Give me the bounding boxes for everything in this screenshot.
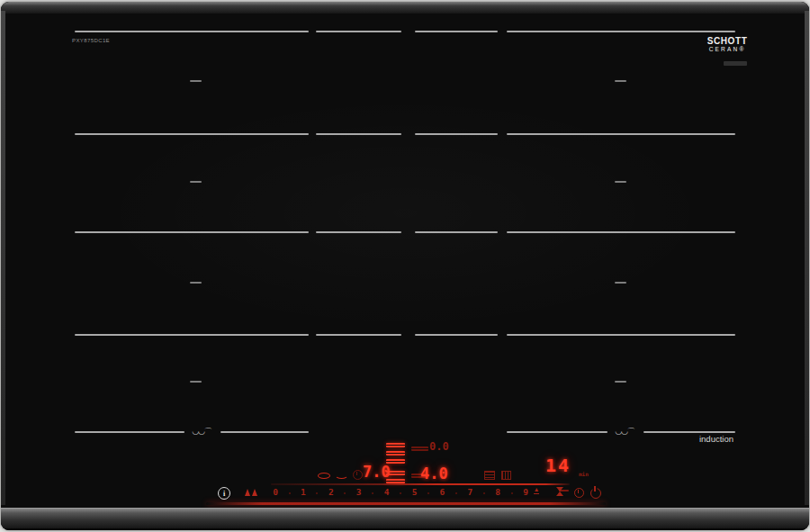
slider-dot [455,492,457,494]
power-level-7[interactable]: 7 [464,487,475,497]
zone-center-marker [190,282,202,284]
schott-logo-line1: SCHOTT [701,37,753,46]
power-level-6[interactable]: 6 [436,487,447,497]
pan-move-icon [335,471,348,479]
cleaning-lock-key[interactable] [245,489,257,496]
zone-divider-line [415,334,498,336]
power-level-1[interactable]: 1 [298,487,309,497]
zone-divider-line [316,231,401,233]
power-level-9[interactable]: 9 [520,487,531,497]
timer-hourglass-key[interactable] [555,487,563,496]
zone-divider-line [75,133,309,135]
zone-center-marker [615,381,626,383]
pause-icon [501,471,511,480]
induction-label: induction [674,434,734,444]
power-slider-track[interactable] [271,483,570,485]
zone-divider-line [316,334,401,336]
panel-glow-line [206,502,606,505]
zone-rear-power-display[interactable]: 0.0 [429,440,449,453]
triangle-icon [245,489,250,496]
zone-center-marker [615,181,626,183]
power-level-5[interactable]: 5 [410,487,420,497]
boost-key[interactable]: ▴ [534,486,539,494]
trim-shadow [1,528,809,530]
zone-divider-line [507,31,735,32]
zone-center-marker [615,80,626,82]
alarm-clock-key[interactable] [574,488,584,498]
flexzone-segment-indicator [386,471,405,475]
hourglass-icon [556,491,563,496]
power-level-2[interactable]: 2 [326,487,337,497]
power-level-8[interactable]: 8 [492,487,503,497]
zone-center-marker [190,80,202,82]
zone-divider-line [75,31,309,32]
zone-divider-line [507,334,735,336]
zone-center-marker [615,282,626,284]
info-icon: i [223,490,225,498]
schott-logo-line2: CERAN® [701,46,753,53]
info-key[interactable]: i [218,487,230,500]
timer-display[interactable]: 14 [545,455,571,476]
flexzone-symbol: ◡◡⌒ [184,425,220,437]
slider-dot [289,492,291,494]
induction-hob: ◡◡⌒ ◡◡⌒ PXY875DC1E SCHOTT CERAN® inducti… [1,2,809,530]
zone-divider-line [316,133,401,135]
product-photo: ◡◡⌒ ◡◡⌒ PXY875DC1E SCHOTT CERAN® inducti… [0,0,810,532]
schott-ceran-logo: SCHOTT CERAN® [701,37,753,53]
zone-divider-line [75,334,309,336]
flexzone-symbol: ◡◡⌒ [607,425,643,437]
model-number-label: PXY875DC1E [72,38,110,43]
zone-divider-line [75,231,309,233]
zone-divider-line [75,431,184,433]
ceran-sublabel-bar [724,61,747,66]
flexzone-segment-indicator [386,459,405,464]
timer-unit-label: min [579,471,589,477]
keep-warm-icon [484,471,495,480]
zone-front-power-display[interactable]: 4.0 [420,464,448,482]
power-level-0[interactable]: 0 [270,487,281,497]
power-key[interactable] [590,488,601,499]
flexzone-segment-indicator-dim [411,446,428,451]
flexzone-segment-indicator [386,443,405,447]
hob-left-edge [1,11,5,505]
zone-divider-line [316,31,401,32]
zone-divider-line [644,431,735,433]
zone-divider-line [415,231,498,233]
slider-dot [511,492,513,494]
slider-dot [428,492,429,494]
power-level-4[interactable]: 4 [382,487,392,497]
power-level-3[interactable]: 3 [354,487,364,497]
zone-divider-line [415,31,498,32]
boost-icon: ▴ [535,485,538,493]
zone-divider-line [507,431,608,433]
zone-divider-line [415,133,498,135]
zone-divider-line [220,431,309,433]
zone-center-marker [190,181,202,183]
front-trim: BOSCH [1,508,809,528]
hob-top-edge [1,2,809,14]
glass-surface [1,2,809,530]
slider-dot [483,492,485,494]
zone-divider-line [507,133,735,135]
triangle-icon [252,489,257,496]
hob-right-edge [805,11,809,505]
zone-center-marker [190,381,202,383]
pan-detect-icon [318,473,330,479]
small-clock-icon [353,470,363,480]
flexzone-segment-indicator [386,451,405,455]
zone-divider-line [507,231,735,233]
